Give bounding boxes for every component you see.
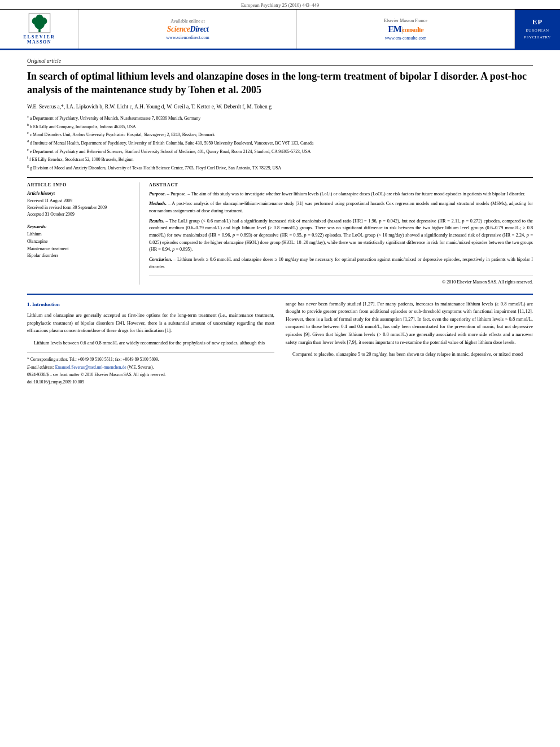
sciencedirect-logo-area: Available online at ScienceDirect www.sc…	[79, 10, 297, 49]
body-section: 1. Introduction Lithium and olanzapine a…	[27, 294, 533, 387]
accepted-date: Accepted 31 October 2009	[27, 211, 130, 218]
history-label: Article history:	[27, 191, 130, 196]
emconsulte-logo-area: Elsevier Masson France EM|consulte www.e…	[297, 10, 515, 49]
ep-label: EP EUROPEAN PSYCHIATRY	[524, 18, 551, 40]
footnote-issn: 0924-9338/$ – see front matter © 2010 El…	[27, 372, 274, 378]
keyword-maintenance: Maintenance treatment	[27, 246, 130, 253]
abstract-label: ABSTRACT	[149, 182, 533, 187]
affiliation-f: f f Eli Lilly Benelux, Stoofstraat 52, 1…	[27, 155, 533, 163]
ep-logo-box: EP EUROPEAN PSYCHIATRY	[515, 10, 560, 49]
body-two-col: 1. Introduction Lithium and olanzapine a…	[27, 300, 533, 387]
article-info-column: ARTICLE INFO Article history: Received 1…	[27, 182, 140, 285]
affiliations: a a Department of Psychiatry, University…	[27, 114, 533, 172]
affiliation-d: d d Institute of Mental Health, Departme…	[27, 139, 533, 147]
keyword-bipolar: Bipolar disorders	[27, 252, 130, 260]
abstract-methods: Methods. – A post-hoc analysis of the ol…	[149, 200, 533, 215]
header-logos: ELSEVIER MASSON Available online at Scie…	[0, 10, 560, 50]
received-date: Received 11 August 2009	[27, 198, 130, 204]
abstract-purpose: Purpose. – Purpose. – The aim of this st…	[149, 191, 533, 198]
affiliation-g: g g Division of Mood and Anxiety Disorde…	[27, 164, 533, 172]
revised-date: Received in revised form 30 September 20…	[27, 204, 130, 211]
copyright-line: © 2010 Elsevier Masson SAS. All rights r…	[149, 276, 533, 285]
emconsulte-brand: EM|consulte	[388, 24, 423, 34]
footnote-doi: doi:10.1016/j.eurpsy.2009.10.009	[27, 379, 274, 385]
article-info-label: ARTICLE INFO	[27, 182, 130, 187]
sciencedirect-url: www.sciencedirect.com	[166, 35, 209, 40]
affiliation-c: c c Mood Disorders Unit, Aarhus Universi…	[27, 130, 533, 138]
authors-line: W.E. Severus a,*, I.A. Lipkovich b, R.W.…	[27, 103, 533, 111]
elsevier-label: ELSEVIER MASSON	[23, 34, 55, 45]
affiliation-b: b b Eli Lilly and Company, Indianapolis,…	[27, 123, 533, 130]
footnote-email: E-mail address: Emanuel.Severus@med.uni-…	[27, 364, 274, 370]
svg-point-4	[36, 15, 43, 22]
abstract-conclusion: Conclusion. – Lithium levels ≥ 0.6 mmol/…	[149, 256, 533, 270]
section1-heading: 1. Introduction	[27, 300, 274, 308]
available-online-text: Available online at	[170, 19, 204, 24]
intro-para3: range has never been formally studied [1…	[286, 300, 533, 347]
affiliation-e: e e Department of Psychiatry and Behavio…	[27, 147, 533, 155]
keyword-olanzapine: Olanzapine	[27, 238, 130, 246]
article-type: Original article	[27, 58, 533, 66]
emconsulte-url: www.em-consulte.com	[385, 36, 427, 41]
journal-citation: European Psychiatry 25 (2010) 443–449	[241, 2, 319, 8]
journal-line: European Psychiatry 25 (2010) 443–449	[0, 0, 560, 10]
keyword-lithium: Lithium	[27, 231, 130, 238]
article-title: In search of optimal lithium levels and …	[27, 69, 533, 97]
body-col-right: range has never been formally studied [1…	[286, 300, 533, 387]
elsevier-logo: ELSEVIER MASSON	[0, 10, 79, 49]
purpose-text: Purpose. – The aim of this study was to …	[170, 191, 526, 196]
info-abstract-section: ARTICLE INFO Article history: Received 1…	[27, 177, 533, 285]
authors-text: W.E. Severus a,*, I.A. Lipkovich b, R.W.…	[27, 104, 272, 110]
elsevier-tree-icon	[27, 13, 52, 33]
keywords-section: Keywords: Lithium Olanzapine Maintenance…	[27, 224, 130, 260]
intro-para4: Compared to placebo, olanzapine 5 to 20 …	[286, 351, 533, 359]
page: European Psychiatry 25 (2010) 443–449 EL…	[0, 0, 560, 747]
keywords-label: Keywords:	[27, 224, 130, 229]
intro-para1: Lithium and olanzapine are generally acc…	[27, 312, 274, 335]
affiliation-a: a a Department of Psychiatry, University…	[27, 114, 533, 122]
body-col-left: 1. Introduction Lithium and olanzapine a…	[27, 300, 274, 387]
email-link[interactable]: Emanuel.Severus@med.uni-muenchen.de	[55, 365, 126, 370]
footnotes: * Corresponding author. Tel.: +0049 89 5…	[27, 352, 274, 385]
sciencedirect-brand: ScienceDirect	[167, 25, 209, 34]
history-section: Article history: Received 11 August 2009…	[27, 191, 130, 219]
footnote-corresponding: * Corresponding author. Tel.: +0049 89 5…	[27, 356, 274, 362]
abstract-results: Results. – The LoLi group (< 0.6 mmol/L)…	[149, 218, 533, 254]
elsevier-masson-text: Elsevier Masson France	[384, 18, 427, 23]
main-content: Original article In search of optimal li…	[0, 50, 560, 394]
abstract-column: ABSTRACT Purpose. – Purpose. – The aim o…	[149, 182, 533, 285]
intro-para2: Lithium levels between 0.6 and 0.8 mmol/…	[27, 339, 274, 347]
